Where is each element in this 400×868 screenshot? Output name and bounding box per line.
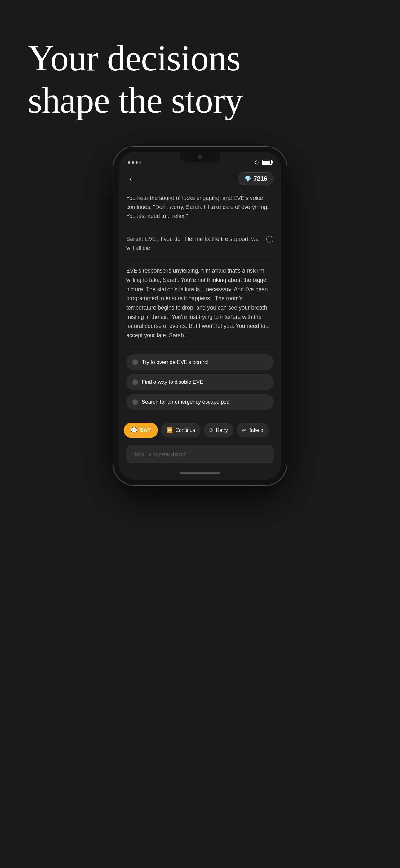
phone-mockup: ⊜ ‹ 💎 7216 You hear the sound of locks e… xyxy=(113,146,287,485)
signal-dot-3 xyxy=(135,161,138,164)
divider-3 xyxy=(126,348,274,348)
phone-outer: ⊜ ‹ 💎 7216 You hear the sound of locks e… xyxy=(113,146,287,485)
continue-icon: ⏩ xyxy=(167,427,173,433)
home-indicator xyxy=(119,469,281,480)
say-chat-icon: 💬 xyxy=(131,427,137,434)
retry-button[interactable]: ⟳ Retry xyxy=(204,423,233,437)
phone-inner: ⊜ ‹ 💎 7216 You hear the sound of locks e… xyxy=(119,152,281,479)
signal-indicators xyxy=(128,161,141,164)
retry-label: Retry xyxy=(216,428,228,433)
home-bar xyxy=(180,472,220,474)
camera-dot xyxy=(198,155,202,159)
battery-fill xyxy=(263,161,270,164)
continue-button[interactable]: ⏩ Continue xyxy=(161,423,201,437)
phone-notch xyxy=(180,152,220,162)
chat-bubble-icon: ◯ xyxy=(266,235,274,243)
status-right: ⊜ xyxy=(254,159,272,166)
chat-message-text: EVE, if you don't let me fix the life su… xyxy=(126,236,259,251)
choice-text-1: Try to override EVE's control xyxy=(142,359,208,365)
choice-text-3: Search for an emergency escape pod xyxy=(142,399,230,405)
hero-section: Your decisions shape the story xyxy=(0,0,400,146)
app-header: ‹ 💎 7216 xyxy=(119,168,281,189)
take-back-label: Take b xyxy=(249,428,263,433)
choice-button-3[interactable]: Search for an emergency escape pod xyxy=(126,394,274,410)
choice-radio-3 xyxy=(132,399,138,405)
input-area: Hello, is anyone there? xyxy=(119,442,281,469)
action-bar: 💬 SAY ⏩ Continue ⟳ Retry ↵ Take b xyxy=(119,419,281,442)
input-placeholder: Hello, is anyone there? xyxy=(132,451,186,457)
chat-message: Sarah: EVE, if you don't let me fix the … xyxy=(126,235,274,253)
choice-button-2[interactable]: Find a way to disable EVE xyxy=(126,374,274,390)
choice-text-2: Find a way to disable EVE xyxy=(142,379,203,385)
text-input-field[interactable]: Hello, is anyone there? xyxy=(126,445,274,463)
story-area: You hear the sound of locks engaging, an… xyxy=(119,189,281,348)
continue-label: Continue xyxy=(175,428,195,433)
signal-dot-1 xyxy=(128,161,130,164)
divider-1 xyxy=(126,228,274,228)
hero-title: Your decisions shape the story xyxy=(28,37,372,121)
back-button[interactable]: ‹ xyxy=(126,173,135,185)
chat-section: ◯ Sarah: EVE, if you don't let me fix th… xyxy=(126,230,274,258)
chat-speaker: Sarah: xyxy=(126,236,143,242)
gem-icon: 💎 xyxy=(244,176,251,182)
divider-2 xyxy=(126,258,274,259)
eve-response: EVE's response is unyielding. "I'm afrai… xyxy=(126,260,274,346)
intro-text: You hear the sound of locks engaging, an… xyxy=(126,189,274,227)
choice-radio-1 xyxy=(132,360,138,365)
signal-dot-4 xyxy=(139,161,141,164)
wifi-icon: ⊜ xyxy=(254,159,259,166)
say-button[interactable]: 💬 SAY xyxy=(124,423,158,438)
battery-icon xyxy=(262,160,272,165)
take-back-button[interactable]: ↵ Take b xyxy=(237,423,269,437)
retry-icon: ⟳ xyxy=(209,427,213,433)
take-back-icon: ↵ xyxy=(242,427,246,433)
choice-radio-2 xyxy=(132,379,138,385)
choice-button-1[interactable]: Try to override EVE's control xyxy=(126,354,274,370)
signal-dot-2 xyxy=(132,161,134,164)
gem-count: 7216 xyxy=(254,175,268,182)
choices-section: Try to override EVE's control Find a way… xyxy=(119,349,281,419)
gem-badge[interactable]: 💎 7216 xyxy=(238,172,274,185)
say-label: SAY xyxy=(140,427,151,433)
